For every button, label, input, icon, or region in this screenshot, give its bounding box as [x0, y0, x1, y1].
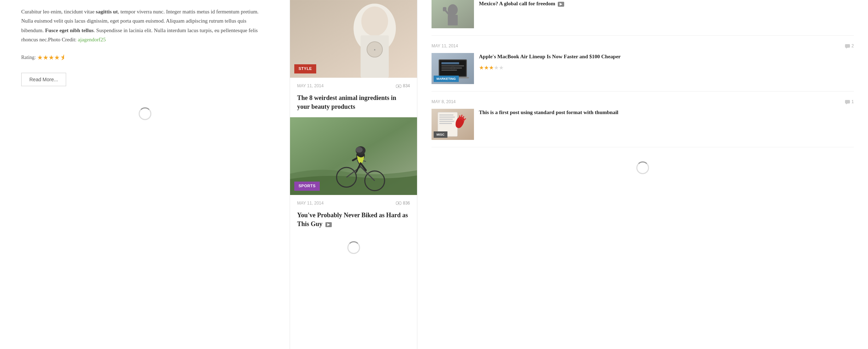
- svg-text:✦: ✦: [374, 48, 376, 52]
- macbook-thumbnail: MARKETING: [432, 53, 474, 84]
- svg-rect-37: [441, 65, 464, 66]
- first-post-date: MAY 8, 2014: [432, 99, 456, 105]
- macbook-post-date: MAY 11, 2014: [432, 43, 458, 49]
- macbook-star-2: ★: [484, 63, 489, 72]
- video-camera-icon: [325, 222, 332, 227]
- mexico-thumbnail: [432, 0, 474, 28]
- first-post-comment-count: 1: [845, 99, 854, 105]
- star-4: ★: [54, 53, 60, 63]
- svg-line-50: [459, 116, 460, 119]
- beauty-view-count: 834: [403, 83, 410, 89]
- star-rating: ★ ★ ★ ★ ⯨: [37, 53, 66, 63]
- comment-bubble-icon: [845, 44, 850, 48]
- spinner-right: [636, 161, 649, 174]
- macbook-star-1: ★: [479, 63, 484, 72]
- comment-bubble-icon-2: [845, 100, 850, 104]
- beauty-post-views: 834: [396, 83, 410, 89]
- biking-post-views: 836: [396, 200, 410, 207]
- mexico-thumb-image: [432, 0, 474, 28]
- biking-category-badge: SPORTS: [294, 182, 320, 191]
- svg-rect-38: [441, 67, 462, 69]
- beauty-post-image[interactable]: ✦ STYLE: [290, 0, 417, 78]
- mexico-title-text: Mexico? A global call for freedom: [479, 1, 555, 6]
- macbook-star-rating: ★ ★ ★ ★ ★: [479, 63, 621, 72]
- svg-point-23: [398, 202, 399, 204]
- mexico-post-title[interactable]: Mexico? A global call for freedom: [479, 0, 564, 7]
- rating-row: Rating: ★ ★ ★ ★ ⯨: [21, 53, 268, 63]
- middle-column: ✦ STYLE MAY 11, 2014 834 The 8 weirdest …: [290, 0, 417, 349]
- beauty-category-badge: STYLE: [294, 64, 316, 73]
- svg-point-18: [355, 147, 363, 153]
- eye-icon-2: [396, 201, 401, 205]
- svg-rect-29: [443, 7, 446, 11]
- svg-point-3: [361, 6, 388, 36]
- star-1: ★: [37, 53, 43, 63]
- first-post-thumbnail: MISC: [432, 109, 474, 140]
- biking-post-image[interactable]: SPORTS: [290, 117, 417, 195]
- svg-rect-46: [439, 117, 455, 118]
- eye-icon: [396, 84, 401, 88]
- first-post-text: This is a first post using standard post…: [479, 109, 618, 140]
- beauty-post-card: ✦ STYLE MAY 11, 2014 834 The 8 weirdest …: [290, 0, 417, 117]
- macbook-comment-count: 2: [845, 43, 854, 49]
- left-column: Curabitur leo enim, tincidunt vitae sagi…: [0, 0, 290, 349]
- first-post-comment-num: 1: [851, 99, 854, 105]
- star-3: ★: [48, 53, 54, 63]
- biking-post-card: SPORTS MAY 11, 2014 836 You've Probably …: [290, 117, 417, 261]
- svg-rect-48: [439, 121, 454, 122]
- right-loading-spinner: [432, 154, 854, 181]
- macbook-star-5: ★: [499, 63, 504, 72]
- first-post-title[interactable]: This is a first post using standard post…: [479, 109, 618, 116]
- macbook-star-4: ★: [494, 63, 499, 72]
- first-post-body: MISC This is a first post using standard…: [432, 109, 854, 140]
- svg-rect-30: [845, 44, 850, 48]
- macbook-post-body: MARKETING Apple's MacBook Air Lineup Is …: [432, 53, 854, 84]
- biking-post-title[interactable]: You've Probably Never Biked as Hard as T…: [290, 209, 417, 234]
- beauty-post-meta: MAY 11, 2014 834: [290, 78, 417, 92]
- read-more-button[interactable]: Read More...: [21, 73, 66, 86]
- macbook-post-title[interactable]: Apple's MacBook Air Lineup Is Now Faster…: [479, 53, 621, 60]
- mexico-post: Mexico? A global call for freedom: [432, 0, 854, 36]
- first-post-header: MAY 8, 2014 1: [432, 99, 854, 105]
- spinner-animation: [139, 107, 151, 120]
- svg-rect-27: [448, 15, 458, 25]
- macbook-post-text: Apple's MacBook Air Lineup Is Now Faster…: [479, 53, 621, 84]
- biking-post-meta: MAY 11, 2014 836: [290, 195, 417, 209]
- macbook-post: MAY 11, 2014 2: [432, 43, 854, 91]
- right-column: Mexico? A global call for freedom MAY 11…: [417, 0, 868, 349]
- first-post-category-badge: MISC: [434, 131, 447, 138]
- macbook-post-header: MAY 11, 2014 2: [432, 43, 854, 49]
- macbook-category-badge: MARKETING: [434, 76, 459, 82]
- post-body: Curabitur leo enim, tincidunt vitae sagi…: [21, 7, 268, 44]
- rating-label: Rating:: [21, 54, 36, 61]
- mexico-video-icon: [558, 2, 564, 7]
- biking-loading-spinner: [290, 234, 417, 261]
- macbook-star-3: ★: [489, 63, 494, 72]
- star-5-half: ⯨: [60, 53, 66, 63]
- svg-rect-49: [439, 123, 452, 124]
- macbook-comment-num: 2: [851, 43, 854, 49]
- first-post: MAY 8, 2014 1: [432, 99, 854, 147]
- loading-spinner-left: [21, 107, 268, 120]
- photo-credit-link[interactable]: ajagendorf25: [78, 37, 106, 42]
- svg-rect-36: [441, 62, 459, 64]
- biking-view-count: 836: [403, 200, 410, 207]
- svg-rect-39: [441, 70, 457, 71]
- svg-rect-47: [439, 119, 453, 120]
- beauty-post-title[interactable]: The 8 weirdest animal ingredients in you…: [290, 92, 417, 117]
- svg-rect-45: [439, 114, 453, 116]
- svg-rect-42: [845, 100, 850, 103]
- biking-title-text: You've Probably Never Biked as Hard as T…: [297, 212, 408, 227]
- star-2: ★: [43, 53, 48, 63]
- biking-post-date: MAY 11, 2014: [297, 200, 324, 207]
- svg-point-8: [398, 85, 399, 87]
- beauty-post-date: MAY 11, 2014: [297, 83, 324, 89]
- spinner-biking: [347, 241, 360, 254]
